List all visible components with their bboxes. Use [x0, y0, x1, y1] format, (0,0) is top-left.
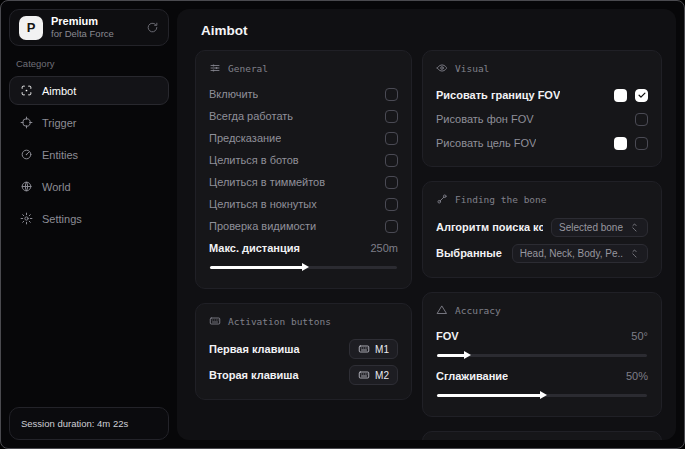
premium-card: P Premium for Delta Force: [9, 9, 169, 46]
slider-thumb[interactable]: [464, 351, 471, 359]
option-checkbox[interactable]: [385, 132, 398, 145]
radar-icon: [20, 148, 33, 161]
keybind-label: Первая клавиша: [209, 343, 300, 355]
sidebar-nav: AimbotTriggerEntitiesWorldSettings: [9, 76, 169, 233]
bone-setting-row: Выбранные косHead, Neck, Body, Pe..: [436, 240, 648, 266]
activation-rows: Первая клавишаM1Вторая клавишаM2: [209, 336, 398, 388]
keyboard-icon: [358, 369, 370, 381]
keybind-button[interactable]: M1: [349, 339, 398, 359]
accuracy-header-label: Accuracy: [455, 305, 501, 316]
bone-setting-label: Выбранные кос: [436, 247, 504, 259]
unfold-icon: [629, 222, 640, 233]
option-checkbox[interactable]: [385, 198, 398, 211]
visual-rows: Рисовать границу FOVРисовать фон FOVРисо…: [436, 83, 648, 155]
sidebar-item-trigger[interactable]: Trigger: [9, 108, 169, 137]
visual-card: Visual Рисовать границу FOVРисовать фон …: [422, 50, 662, 167]
sidebar-item-world[interactable]: World: [9, 172, 169, 201]
sidebar-item-label: Entities: [42, 149, 78, 161]
slider-fill: [437, 394, 542, 397]
sidebar-item-label: Settings: [42, 213, 82, 225]
bone-header: Finding the bone: [436, 193, 648, 205]
slider-thumb[interactable]: [540, 391, 547, 399]
color-swatch[interactable]: [614, 89, 627, 102]
option-checkbox[interactable]: [385, 88, 398, 101]
globe-icon: [20, 180, 33, 193]
bone-select[interactable]: Selected bone: [551, 218, 648, 237]
general-header: General: [209, 62, 398, 74]
switch-delay-card: Switch Delay Задержка переключения Задер…: [422, 431, 662, 440]
keybind-row: Первая клавишаM1: [209, 336, 398, 362]
accuracy-slider[interactable]: [437, 349, 647, 361]
general-option-row: Целиться в тиммейтов: [209, 171, 398, 193]
sidebar-item-entities[interactable]: Entities: [9, 140, 169, 169]
premium-texts: Premium for Delta Force: [51, 15, 114, 41]
max-distance-row: Макс. дистанция 250m: [209, 237, 398, 259]
page-title: Aimbot: [201, 23, 662, 38]
max-distance-slider[interactable]: [210, 261, 397, 273]
accuracy-card: Accuracy FOV50°Сглаживание50%: [422, 292, 662, 417]
max-distance-label: Макс. дистанция: [209, 242, 300, 254]
option-checkbox[interactable]: [385, 220, 398, 233]
visual-controls: [614, 137, 648, 150]
refresh-icon[interactable]: [146, 21, 159, 34]
bone-header-label: Finding the bone: [455, 194, 547, 205]
slider-fill: [210, 266, 304, 269]
max-distance-value: 250m: [370, 242, 398, 254]
app-subtitle: for Delta Force: [51, 28, 114, 40]
accuracy-label-row: Сглаживание50%: [436, 365, 648, 387]
slider-fill: [437, 354, 466, 357]
sidebar-item-label: Trigger: [42, 117, 76, 129]
visual-option-label: Рисовать фон FOV: [436, 113, 534, 125]
activation-header-label: Activation buttons: [228, 316, 331, 327]
keyboard-icon: [358, 343, 370, 355]
option-label: Включить: [209, 88, 258, 100]
option-label: Целиться в тиммейтов: [209, 176, 325, 188]
visual-controls: [635, 113, 648, 126]
general-option-row: Проверка видимости: [209, 215, 398, 237]
keybind-label: Вторая клавиша: [209, 369, 299, 381]
slider-thumb[interactable]: [302, 263, 309, 271]
visual-checkbox[interactable]: [635, 113, 648, 126]
color-swatch[interactable]: [614, 137, 627, 150]
general-card: General ВключитьВсегда работатьПредсказа…: [195, 50, 412, 289]
session-duration-card: Session duration: 4m 22s: [9, 407, 169, 440]
option-checkbox[interactable]: [385, 176, 398, 189]
accuracy-value: 50°: [631, 330, 648, 342]
general-option-row: Целиться в нокнутых: [209, 193, 398, 215]
bone-select[interactable]: Head, Neck, Body, Pe..: [512, 244, 648, 263]
accuracy-value: 50%: [626, 370, 648, 382]
bone-setting-row: Алгоритм поиска костSelected bone: [436, 214, 648, 240]
sidebar-item-settings[interactable]: Settings: [9, 204, 169, 233]
option-checkbox[interactable]: [385, 154, 398, 167]
select-value: Selected bone: [559, 222, 623, 233]
bone-rows: Алгоритм поиска костSelected boneВыбранн…: [436, 214, 648, 266]
sidebar-item-aimbot[interactable]: Aimbot: [9, 76, 169, 105]
session-duration-text: Session duration: 4m 22s: [21, 418, 128, 429]
right-column: Visual Рисовать границу FOVРисовать фон …: [422, 50, 662, 440]
bone-setting-label: Алгоритм поиска кост: [436, 221, 543, 233]
general-option-row: Целиться в ботов: [209, 149, 398, 171]
left-column: General ВключитьВсегда работатьПредсказа…: [195, 50, 412, 400]
visual-header-label: Visual: [455, 63, 489, 74]
option-checkbox[interactable]: [385, 110, 398, 123]
general-option-row: Включить: [209, 83, 398, 105]
accuracy-header: Accuracy: [436, 304, 648, 316]
visual-option-label: Рисовать цель FOV: [436, 137, 536, 149]
visual-checkbox[interactable]: [635, 137, 648, 150]
main-panel: Aimbot General ВключитьВсегда работатьПр…: [177, 9, 676, 440]
visual-checkbox[interactable]: [635, 89, 648, 102]
accuracy-slider[interactable]: [437, 389, 647, 401]
panel-columns: General ВключитьВсегда работатьПредсказа…: [195, 50, 662, 440]
general-option-row: Всегда работать: [209, 105, 398, 127]
keybind-value: M2: [375, 370, 389, 381]
visual-header: Visual: [436, 62, 648, 74]
keybind-button[interactable]: M2: [349, 365, 398, 385]
scan-icon: [20, 84, 33, 97]
visual-option-row: Рисовать границу FOV: [436, 83, 648, 107]
accuracy-label: FOV: [436, 330, 459, 342]
app-window: P Premium for Delta Force Category Aimbo…: [0, 0, 685, 449]
option-label: Целиться в нокнутых: [209, 198, 317, 210]
visual-option-label: Рисовать границу FOV: [436, 89, 560, 101]
keybind-row: Вторая клавишаM2: [209, 362, 398, 388]
accuracy-rows: FOV50°Сглаживание50%: [436, 325, 648, 401]
